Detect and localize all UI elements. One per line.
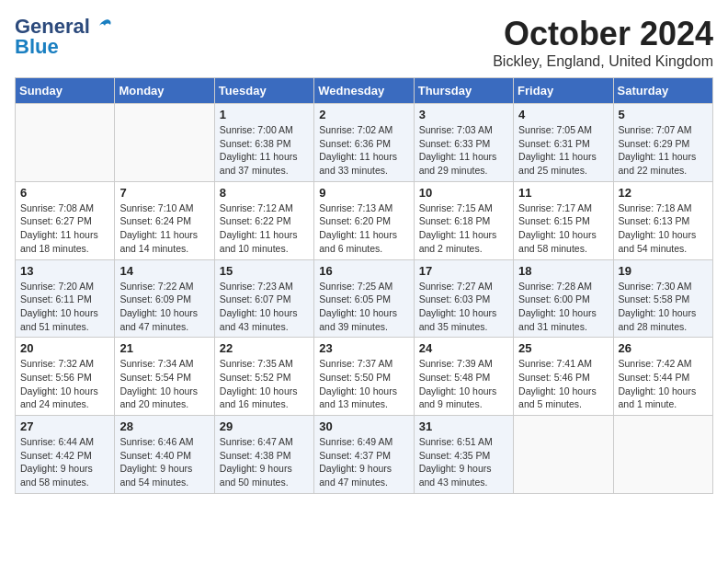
table-row: 21Sunrise: 7:34 AM Sunset: 5:54 PM Dayli… <box>115 338 214 416</box>
day-info: Sunrise: 7:05 AM Sunset: 6:31 PM Dayligh… <box>518 123 608 178</box>
month-title: October 2024 <box>493 15 713 53</box>
day-number: 22 <box>220 341 309 355</box>
day-info: Sunrise: 7:27 AM Sunset: 6:03 PM Dayligh… <box>419 280 508 334</box>
day-number: 13 <box>20 264 109 278</box>
table-row: 19Sunrise: 7:30 AM Sunset: 5:58 PM Dayli… <box>613 259 712 338</box>
logo-text-blue: Blue <box>15 35 59 59</box>
day-info: Sunrise: 7:32 AM Sunset: 5:56 PM Dayligh… <box>20 357 109 411</box>
day-number: 6 <box>20 186 109 200</box>
table-row: 27Sunrise: 6:44 AM Sunset: 4:42 PM Dayli… <box>16 416 115 494</box>
day-info: Sunrise: 7:12 AM Sunset: 6:22 PM Dayligh… <box>220 201 309 256</box>
day-info: Sunrise: 7:28 AM Sunset: 6:00 PM Dayligh… <box>518 280 608 334</box>
day-info: Sunrise: 7:37 AM Sunset: 5:50 PM Dayligh… <box>319 357 408 411</box>
location-text: Bickley, England, United Kingdom <box>493 53 713 70</box>
table-row: 18Sunrise: 7:28 AM Sunset: 6:00 PM Dayli… <box>514 259 613 338</box>
day-info: Sunrise: 7:15 AM Sunset: 6:18 PM Dayligh… <box>419 201 508 256</box>
header-thursday: Thursday <box>414 78 513 104</box>
table-row: 31Sunrise: 6:51 AM Sunset: 4:35 PM Dayli… <box>414 416 513 494</box>
day-info: Sunrise: 7:03 AM Sunset: 6:33 PM Dayligh… <box>419 123 508 178</box>
table-row: 15Sunrise: 7:23 AM Sunset: 6:07 PM Dayli… <box>214 259 313 338</box>
table-row: 28Sunrise: 6:46 AM Sunset: 4:40 PM Dayli… <box>115 416 214 494</box>
day-info: Sunrise: 6:44 AM Sunset: 4:42 PM Dayligh… <box>20 435 109 489</box>
table-row: 4Sunrise: 7:05 AM Sunset: 6:31 PM Daylig… <box>514 104 613 182</box>
table-row: 7Sunrise: 7:10 AM Sunset: 6:24 PM Daylig… <box>115 181 214 259</box>
day-number: 27 <box>20 419 109 433</box>
day-number: 16 <box>319 264 408 278</box>
day-info: Sunrise: 7:41 AM Sunset: 5:46 PM Dayligh… <box>518 357 608 411</box>
table-row: 13Sunrise: 7:20 AM Sunset: 6:11 PM Dayli… <box>16 259 115 338</box>
table-row <box>16 104 115 182</box>
logo: General Blue <box>15 15 112 59</box>
header-sunday: Sunday <box>16 78 115 104</box>
day-info: Sunrise: 7:10 AM Sunset: 6:24 PM Dayligh… <box>119 201 209 256</box>
header-wednesday: Wednesday <box>314 78 414 104</box>
table-row: 24Sunrise: 7:39 AM Sunset: 5:48 PM Dayli… <box>414 338 513 416</box>
calendar-table: Sunday Monday Tuesday Wednesday Thursday… <box>15 77 713 494</box>
day-info: Sunrise: 7:08 AM Sunset: 6:27 PM Dayligh… <box>20 201 109 256</box>
day-number: 29 <box>220 419 309 433</box>
day-number: 23 <box>319 341 408 355</box>
day-info: Sunrise: 7:22 AM Sunset: 6:09 PM Dayligh… <box>119 280 209 334</box>
day-number: 30 <box>319 419 408 433</box>
day-number: 3 <box>419 108 508 121</box>
table-row: 2Sunrise: 7:02 AM Sunset: 6:36 PM Daylig… <box>314 104 414 182</box>
day-info: Sunrise: 7:42 AM Sunset: 5:44 PM Dayligh… <box>619 357 708 411</box>
day-info: Sunrise: 7:18 AM Sunset: 6:13 PM Dayligh… <box>619 201 708 256</box>
table-row: 22Sunrise: 7:35 AM Sunset: 5:52 PM Dayli… <box>214 338 313 416</box>
day-info: Sunrise: 6:51 AM Sunset: 4:35 PM Dayligh… <box>419 435 508 489</box>
day-number: 15 <box>220 264 309 278</box>
day-info: Sunrise: 7:25 AM Sunset: 6:05 PM Dayligh… <box>319 280 408 334</box>
day-number: 17 <box>419 264 508 278</box>
table-row <box>613 416 712 494</box>
day-number: 31 <box>419 419 508 433</box>
table-row: 12Sunrise: 7:18 AM Sunset: 6:13 PM Dayli… <box>613 181 712 259</box>
day-number: 8 <box>220 186 309 200</box>
header-tuesday: Tuesday <box>214 78 313 104</box>
day-number: 7 <box>119 186 209 200</box>
day-info: Sunrise: 7:13 AM Sunset: 6:20 PM Dayligh… <box>319 201 408 256</box>
day-info: Sunrise: 7:35 AM Sunset: 5:52 PM Dayligh… <box>220 357 309 411</box>
day-info: Sunrise: 7:34 AM Sunset: 5:54 PM Dayligh… <box>119 357 209 411</box>
title-section: October 2024 Bickley, England, United Ki… <box>493 15 713 70</box>
day-info: Sunrise: 6:46 AM Sunset: 4:40 PM Dayligh… <box>119 435 209 489</box>
day-info: Sunrise: 6:47 AM Sunset: 4:38 PM Dayligh… <box>220 435 309 489</box>
table-row: 20Sunrise: 7:32 AM Sunset: 5:56 PM Dayli… <box>16 338 115 416</box>
table-row: 25Sunrise: 7:41 AM Sunset: 5:46 PM Dayli… <box>514 338 613 416</box>
day-info: Sunrise: 6:49 AM Sunset: 4:37 PM Dayligh… <box>319 435 408 489</box>
day-number: 4 <box>518 108 608 121</box>
day-number: 11 <box>518 186 608 200</box>
table-row <box>115 104 214 182</box>
page-header: General Blue October 2024 Bickley, Engla… <box>15 15 713 70</box>
day-info: Sunrise: 7:07 AM Sunset: 6:29 PM Dayligh… <box>619 123 708 178</box>
table-row: 11Sunrise: 7:17 AM Sunset: 6:15 PM Dayli… <box>514 181 613 259</box>
day-number: 18 <box>518 264 608 278</box>
day-number: 25 <box>518 341 608 355</box>
table-row: 8Sunrise: 7:12 AM Sunset: 6:22 PM Daylig… <box>214 181 313 259</box>
day-number: 19 <box>619 264 708 278</box>
day-info: Sunrise: 7:30 AM Sunset: 5:58 PM Dayligh… <box>619 280 708 334</box>
table-row: 1Sunrise: 7:00 AM Sunset: 6:38 PM Daylig… <box>214 104 313 182</box>
header-saturday: Saturday <box>613 78 712 104</box>
table-row <box>514 416 613 494</box>
calendar-header-row: Sunday Monday Tuesday Wednesday Thursday… <box>16 78 713 104</box>
logo-bird-icon <box>92 17 112 37</box>
day-number: 10 <box>419 186 508 200</box>
day-number: 14 <box>119 264 209 278</box>
table-row: 3Sunrise: 7:03 AM Sunset: 6:33 PM Daylig… <box>414 104 513 182</box>
day-number: 2 <box>319 108 408 121</box>
table-row: 10Sunrise: 7:15 AM Sunset: 6:18 PM Dayli… <box>414 181 513 259</box>
table-row: 30Sunrise: 6:49 AM Sunset: 4:37 PM Dayli… <box>314 416 414 494</box>
day-info: Sunrise: 7:02 AM Sunset: 6:36 PM Dayligh… <box>319 123 408 178</box>
day-number: 5 <box>619 108 708 121</box>
header-friday: Friday <box>514 78 613 104</box>
table-row: 14Sunrise: 7:22 AM Sunset: 6:09 PM Dayli… <box>115 259 214 338</box>
day-number: 20 <box>20 341 109 355</box>
day-number: 24 <box>419 341 508 355</box>
day-number: 21 <box>119 341 209 355</box>
table-row: 17Sunrise: 7:27 AM Sunset: 6:03 PM Dayli… <box>414 259 513 338</box>
day-info: Sunrise: 7:20 AM Sunset: 6:11 PM Dayligh… <box>20 280 109 334</box>
table-row: 16Sunrise: 7:25 AM Sunset: 6:05 PM Dayli… <box>314 259 414 338</box>
day-info: Sunrise: 7:39 AM Sunset: 5:48 PM Dayligh… <box>419 357 508 411</box>
table-row: 6Sunrise: 7:08 AM Sunset: 6:27 PM Daylig… <box>16 181 115 259</box>
header-monday: Monday <box>115 78 214 104</box>
